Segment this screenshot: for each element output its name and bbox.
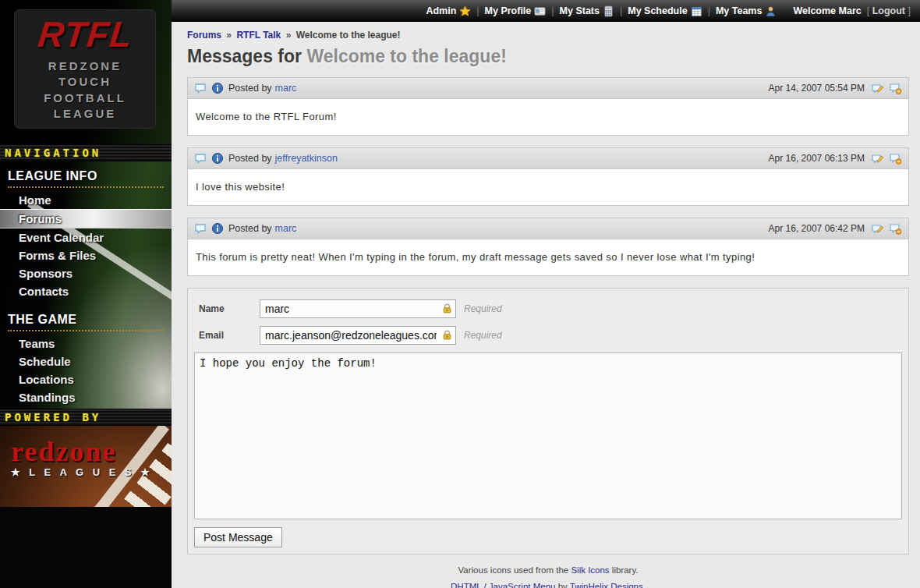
footer-text: . [643, 582, 646, 588]
user-icon [765, 5, 777, 17]
forum-message: Posted by jeffreyatkinson Apr 16, 2007 0… [187, 147, 909, 206]
email-input-wrapper [260, 326, 456, 345]
lock-icon [441, 303, 453, 317]
message-body: Welcome to the RTFL Forum! [188, 99, 908, 135]
message-actions [871, 222, 902, 235]
author-link[interactable]: marc [275, 83, 297, 94]
my-profile-menu[interactable]: My Profile [485, 5, 547, 17]
message-actions [871, 152, 902, 165]
name-input-wrapper [260, 299, 456, 318]
message-header: Posted by marc Apr 14, 2007 05:54 PM [188, 78, 908, 99]
topbar-separator: | [708, 5, 710, 16]
section-heading-league-info: LEAGUE INFO [8, 169, 164, 188]
logout-button[interactable]: Logout [872, 5, 905, 16]
message-date: Apr 14, 2007 05:54 PM [769, 83, 865, 94]
name-row: Name Required [199, 299, 902, 318]
footer-credit-menu: DHTML / JavaScript Menu by TwinHelix Des… [187, 582, 909, 588]
info-icon[interactable] [211, 82, 224, 94]
sidebar-filler [0, 507, 172, 588]
message-body: I love this website! [188, 169, 908, 205]
post-message-form: Name Required Email Required I hope you … [187, 288, 909, 554]
author-link[interactable]: marc [275, 223, 297, 234]
silk-icons-link[interactable]: Silk Icons [571, 565, 609, 575]
my-schedule-label: My Schedule [628, 5, 687, 16]
section-heading-the-game: THE GAME [8, 313, 164, 331]
sidebar-item-standings[interactable]: Standings [0, 388, 172, 406]
admin-menu[interactable]: Admin [426, 5, 471, 17]
my-teams-menu[interactable]: My Teams [716, 5, 777, 17]
star-icon [459, 5, 471, 17]
league-logo-line: FOOTBALL [44, 90, 126, 106]
topbar: Admin | My Profile | My Stats | My Sched… [172, 0, 920, 22]
comment-remove-icon[interactable] [889, 82, 902, 94]
league-logo-region: RTFL REDZONE TOUCH FOOTBALL LEAGUE [0, 0, 172, 144]
message-date: Apr 16, 2007 06:42 PM [769, 223, 865, 234]
required-hint: Required [464, 330, 502, 341]
my-stats-menu[interactable]: My Stats [560, 5, 614, 17]
breadcrumb-link-rtfl-talk[interactable]: RTFL Talk [236, 30, 281, 41]
breadcrumb-link-forums[interactable]: Forums [187, 30, 221, 41]
message-textarea[interactable]: I hope you enjoy the forum! [194, 352, 902, 519]
sidebar-item-teams[interactable]: Teams [0, 335, 172, 352]
comment-icon[interactable] [194, 222, 207, 235]
email-label: Email [199, 330, 260, 341]
redzone-logo-name: redzone [11, 438, 153, 465]
breadcrumb-separator: » [286, 30, 292, 41]
posted-by-label: Posted by [228, 83, 272, 94]
footer-credit-icons: Various icons used from the Silk Icons l… [187, 565, 909, 575]
forum-message: Posted by marc Apr 14, 2007 05:54 PM Wel… [187, 77, 909, 136]
breadcrumb-current: Welcome to the league! [296, 30, 401, 41]
league-logo-name: REDZONE TOUCH FOOTBALL LEAGUE [44, 58, 126, 122]
vcard-icon [534, 5, 546, 17]
author-link[interactable]: jeffreyatkinson [275, 153, 338, 164]
comment-icon[interactable] [194, 82, 207, 94]
footer-text: library. [610, 565, 639, 575]
info-icon[interactable] [211, 152, 224, 165]
my-teams-label: My Teams [716, 5, 763, 16]
league-logo-line: TOUCH [44, 74, 126, 90]
comment-remove-icon[interactable] [889, 222, 902, 235]
sidebar-item-statistics[interactable]: Statistics [0, 406, 172, 409]
sidebar-item-home[interactable]: Home [0, 191, 172, 209]
sidebar-item-forms-files[interactable]: Forms & Files [0, 246, 172, 264]
sidebar-item-forums[interactable]: Forums [0, 209, 172, 228]
admin-label: Admin [426, 5, 456, 16]
my-schedule-menu[interactable]: My Schedule [628, 5, 702, 17]
sidebar-item-schedule[interactable]: Schedule [0, 352, 172, 370]
comment-icon[interactable] [194, 152, 207, 165]
footer: Various icons used from the Silk Icons l… [187, 565, 909, 588]
sidebar-navigation: LEAGUE INFO Home Forums Event Calendar F… [0, 161, 172, 409]
breadcrumb: Forums » RTFL Talk » Welcome to the leag… [187, 30, 909, 41]
my-stats-label: My Stats [560, 5, 600, 16]
info-icon[interactable] [211, 222, 224, 235]
email-row: Email Required [199, 326, 902, 345]
sidebar-item-contacts[interactable]: Contacts [0, 282, 172, 300]
sidebar: RTFL REDZONE TOUCH FOOTBALL LEAGUE NAVIG… [0, 0, 172, 588]
redzone-logo-sub: ★ L E A G U E S ★ [11, 466, 153, 478]
lock-icon [441, 329, 453, 344]
comment-remove-icon[interactable] [889, 152, 902, 165]
sidebar-item-event-calendar[interactable]: Event Calendar [0, 228, 172, 246]
my-profile-label: My Profile [485, 5, 532, 16]
comment-edit-icon[interactable] [871, 222, 884, 235]
breadcrumb-separator: » [226, 30, 232, 41]
name-input[interactable] [260, 299, 456, 318]
sidebar-item-sponsors[interactable]: Sponsors [0, 264, 172, 282]
posted-by-label: Posted by [228, 223, 272, 234]
league-logo-acronym: RTFL [36, 16, 134, 52]
twinhelix-link[interactable]: TwinHelix Designs [570, 582, 643, 588]
sidebar-item-locations[interactable]: Locations [0, 370, 172, 388]
comment-edit-icon[interactable] [871, 152, 884, 165]
calculator-icon [603, 5, 614, 17]
post-message-button[interactable]: Post Message [194, 527, 282, 547]
comment-edit-icon[interactable] [871, 82, 884, 94]
email-input[interactable] [260, 326, 456, 345]
message-actions [871, 82, 902, 94]
message-date: Apr 16, 2007 06:13 PM [769, 153, 865, 164]
footer-text: Various icons used from the [458, 565, 571, 575]
footer-text: by [555, 582, 569, 588]
dhtml-menu-link[interactable]: DHTML / JavaScript Menu [451, 582, 555, 588]
logout-wrapper: [ Logout ] [867, 5, 911, 16]
required-hint: Required [464, 303, 502, 314]
redzone-logo-text: redzone ★ L E A G U E S ★ [11, 438, 153, 478]
